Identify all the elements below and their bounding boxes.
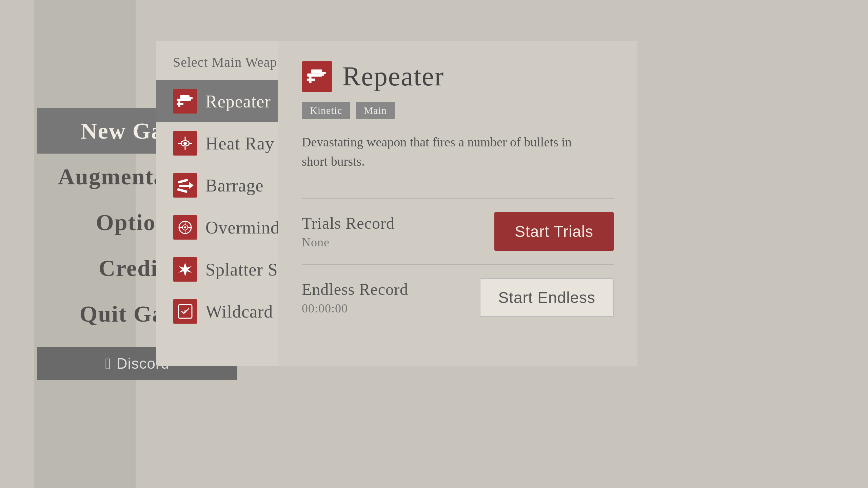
weapon-icon-wildcard (173, 299, 197, 324)
main-container: New Game Augmentations Options Credits Q… (0, 0, 868, 488)
weapon-name-overmind: Overmind (205, 218, 280, 238)
detail-weapon-name: Repeater (342, 61, 444, 92)
weapon-icon-repeater (173, 89, 197, 114)
divider-1 (302, 198, 614, 199)
weapon-icon-splatter-shot (173, 257, 197, 282)
weapon-detail-panel: Repeater Kinetic Main Devastating weapon… (278, 41, 637, 366)
svg-marker-15 (189, 182, 194, 189)
weapon-description: Devastating weapon that fires a number o… (302, 133, 573, 171)
endless-record-value: 00:00:00 (302, 301, 408, 316)
svg-rect-13 (179, 185, 189, 187)
endless-record-label: Endless Record (302, 280, 408, 299)
start-trials-button[interactable]: Start Trials (494, 212, 614, 251)
svg-point-18 (184, 226, 186, 228)
svg-point-11 (183, 142, 187, 145)
weapon-icon-overmind (173, 215, 197, 240)
svg-point-4 (189, 99, 191, 101)
svg-rect-14 (177, 188, 188, 193)
svg-rect-25 (307, 73, 322, 76)
detail-weapon-icon (302, 61, 332, 92)
weapon-name-wildcard: Wildcard (205, 302, 273, 322)
svg-rect-30 (307, 78, 315, 81)
svg-rect-3 (180, 95, 190, 99)
weapon-name-barrage: Barrage (205, 176, 264, 196)
discord-icon:  (105, 354, 111, 373)
trials-record-info: Trials Record None (302, 214, 395, 249)
tag-main: Main (356, 102, 395, 119)
detail-header: Repeater (302, 61, 614, 92)
tag-kinetic: Kinetic (302, 102, 350, 119)
weapon-name-repeater: Repeater (205, 92, 271, 111)
svg-rect-12 (178, 179, 188, 184)
trials-record-label: Trials Record (302, 214, 395, 232)
svg-point-24 (184, 310, 186, 313)
weapon-tags: Kinetic Main (302, 102, 614, 119)
trials-record-section: Trials Record None Start Trials (302, 212, 614, 251)
endless-record-info: Endless Record 00:00:00 (302, 280, 408, 316)
weapon-icon-barrage (173, 173, 197, 198)
weapon-name-heat-ray: Heat Ray (205, 134, 274, 154)
svg-point-29 (322, 73, 324, 76)
weapon-icon-heat-ray (173, 131, 197, 156)
svg-rect-5 (177, 103, 183, 105)
svg-rect-0 (177, 99, 190, 101)
svg-rect-28 (311, 69, 322, 74)
divider-2 (302, 264, 614, 265)
trials-record-value: None (302, 235, 395, 249)
start-endless-button[interactable]: Start Endless (480, 278, 614, 317)
endless-record-section: Endless Record 00:00:00 Start Endless (302, 278, 614, 317)
